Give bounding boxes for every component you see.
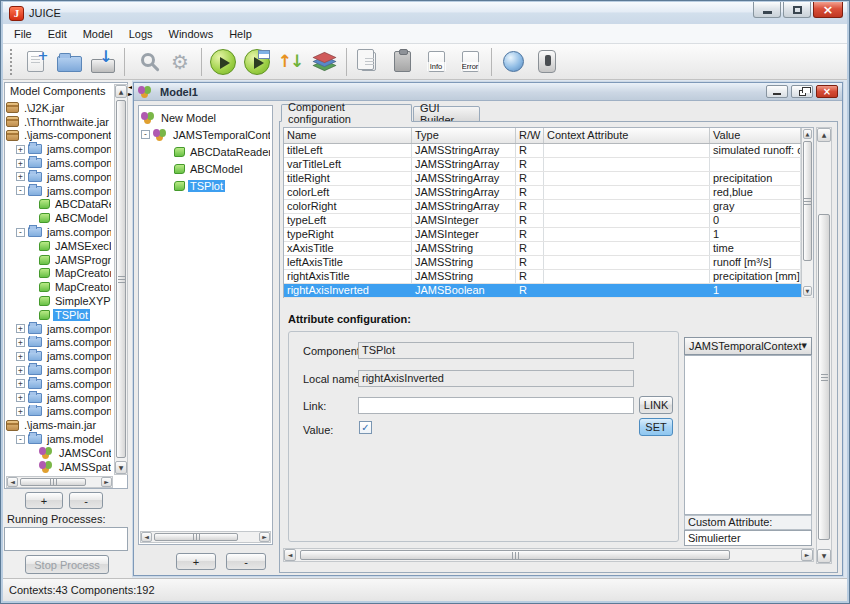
scroll-up-icon[interactable]: ▲ [817, 128, 831, 142]
menu-model[interactable]: Model [75, 26, 121, 42]
expand-icon[interactable]: + [16, 393, 25, 402]
toolbar-drag-handle[interactable] [10, 49, 13, 75]
tree-item-package[interactable]: +jams.componen [6, 391, 111, 405]
table-row[interactable]: colorRightJAMSStringArrayRgray [284, 200, 813, 214]
collapse-icon[interactable]: - [16, 435, 25, 444]
context-combo[interactable]: JAMSTemporalContext ▼ [684, 337, 812, 355]
expand-icon[interactable]: + [16, 172, 25, 181]
tab-component-configuration[interactable]: Component configuration [281, 104, 412, 122]
tree-item-jar[interactable]: .\jams-main.jar [6, 418, 111, 432]
tree-item-package[interactable]: +jams.componen [6, 349, 111, 363]
scroll-down-icon[interactable]: ▼ [803, 286, 812, 296]
web-button[interactable] [496, 47, 530, 77]
tree-item-package[interactable]: +jams.componen [6, 170, 111, 184]
left-tree-vertical-scrollbar[interactable]: ▲ ▼ [114, 84, 128, 475]
stop-process-button[interactable]: Stop Process [25, 555, 109, 574]
tab-gui-builder[interactable]: GUI Builder [413, 106, 480, 122]
table-row[interactable]: typeRightJAMSIntegerR1 [284, 228, 813, 242]
component-field[interactable]: TSPlot [358, 342, 634, 359]
link-field[interactable] [358, 397, 634, 414]
set-button[interactable]: SET [639, 418, 673, 436]
expand-icon[interactable]: + [16, 407, 25, 416]
scroll-down-icon[interactable]: ▼ [817, 549, 831, 563]
new-document-button[interactable]: + [18, 47, 52, 77]
tree-item-component[interactable]: ABCModel [141, 160, 270, 177]
tree-item-jar[interactable]: .\Thornthwaite.jar [6, 115, 111, 129]
tree-item-package[interactable]: -jams.componen [6, 225, 111, 239]
menu-file[interactable]: File [6, 26, 40, 42]
table-vertical-scrollbar[interactable]: ▲ ▼ [801, 128, 813, 297]
tree-item-jar[interactable]: .\J2K.jar [6, 101, 111, 115]
tree-item-package[interactable]: +jams.componen [6, 156, 111, 170]
tree-item-component[interactable]: MapCreator [6, 280, 111, 294]
local-name-field[interactable]: rightAxisInverted [358, 370, 634, 387]
context-attribute-list[interactable] [684, 355, 812, 515]
expand-icon[interactable]: + [16, 145, 25, 154]
tree-item-package[interactable]: +jams.componen [6, 377, 111, 391]
maximize-button[interactable] [783, 2, 811, 18]
table-row[interactable]: typeLeftJAMSIntegerR0 [284, 214, 813, 228]
close-button[interactable]: × [813, 2, 843, 18]
expand-icon[interactable]: + [16, 338, 25, 347]
expand-icon[interactable]: + [16, 352, 25, 361]
frame-minimize-button[interactable] [766, 85, 788, 98]
power-button[interactable] [530, 47, 564, 77]
collapse-icon[interactable]: - [16, 186, 25, 195]
scroll-left-icon[interactable]: ◄ [284, 549, 296, 561]
clipboard-button[interactable] [385, 47, 419, 77]
error-log-button[interactable]: Error [453, 47, 487, 77]
scrollbar-thumb[interactable] [116, 100, 126, 458]
tree-item-package[interactable]: +jams.componen [6, 363, 111, 377]
remove-component-button[interactable]: - [69, 492, 103, 509]
frame-close-button[interactable]: × [816, 85, 838, 98]
model-add-button[interactable]: + [176, 553, 216, 570]
left-tree-horizontal-scrollbar[interactable]: ◄ ► [6, 476, 113, 488]
tree-item-component[interactable]: SimpleXYPlo [6, 294, 111, 308]
tree-item-package[interactable]: +jams.componen [6, 322, 111, 336]
menu-logs[interactable]: Logs [121, 26, 161, 42]
tree-item-component-selected[interactable]: TSPlot [6, 308, 111, 322]
link-button[interactable]: LINK [639, 396, 673, 414]
menu-windows[interactable]: Windows [161, 26, 222, 42]
run-model-gui-button[interactable] [240, 47, 274, 77]
run-model-button[interactable] [206, 47, 240, 77]
scroll-right-icon[interactable]: ► [259, 532, 270, 542]
menu-edit[interactable]: Edit [40, 26, 75, 42]
tree-item-package[interactable]: -jams.model [6, 432, 111, 446]
tree-item-component[interactable]: ABCDataReader [141, 143, 270, 160]
tree-item-component[interactable]: JAMSProgre [6, 253, 111, 267]
save-button[interactable]: ↓ [86, 47, 120, 77]
open-button[interactable] [52, 47, 86, 77]
scroll-right-icon[interactable]: ► [101, 477, 112, 487]
panel-vertical-scrollbar[interactable]: ▲ ▼ [816, 127, 832, 564]
model-remove-button[interactable]: - [226, 553, 266, 570]
table-row[interactable]: titleRightJAMSStringArrayRprecipitation [284, 172, 813, 186]
column-header-context-attribute[interactable]: Context Attribute [544, 128, 710, 143]
column-header-value[interactable]: Value [710, 128, 801, 143]
collapse-icon[interactable]: - [16, 228, 25, 237]
tree-item-component[interactable]: ABCModel [6, 211, 111, 225]
scroll-left-icon[interactable]: ◄ [7, 477, 18, 487]
tree-item-model-root[interactable]: New Model [141, 109, 270, 126]
scroll-right-icon[interactable]: ► [801, 549, 813, 561]
tree-item-component-selected[interactable]: TSPlot [141, 177, 270, 194]
layers-button[interactable] [308, 47, 342, 77]
tree-item-component[interactable]: JAMSExecIn [6, 239, 111, 253]
add-component-button[interactable]: + [25, 492, 63, 509]
tree-item-component[interactable]: MapCreator [6, 267, 111, 281]
scrollbar-thumb[interactable] [20, 478, 86, 486]
custom-attribute-field[interactable]: Simulierter [684, 530, 812, 546]
model-tree-horizontal-scrollbar[interactable]: ◄ ► [140, 531, 271, 543]
column-header-type[interactable]: Type [412, 128, 516, 143]
table-row[interactable]: titleLeftJAMSStringArrayRsimulated runof… [284, 144, 813, 158]
scrollbar-thumb[interactable] [803, 141, 812, 261]
tree-item-component[interactable]: ABCDataRe [6, 198, 111, 212]
expand-icon[interactable]: + [16, 324, 25, 333]
scroll-up-icon[interactable]: ▲ [803, 129, 812, 139]
tree-item-context[interactable]: JAMSConte [6, 446, 111, 460]
info-log-button[interactable]: Info [419, 47, 453, 77]
value-checkbox[interactable]: ✓ [359, 421, 372, 434]
tree-item-package[interactable]: +jams.componen [6, 405, 111, 419]
scroll-left-icon[interactable]: ◄ [141, 532, 152, 542]
table-row-selected[interactable]: rightAxisInvertedJAMSBooleanR1 [284, 284, 813, 298]
